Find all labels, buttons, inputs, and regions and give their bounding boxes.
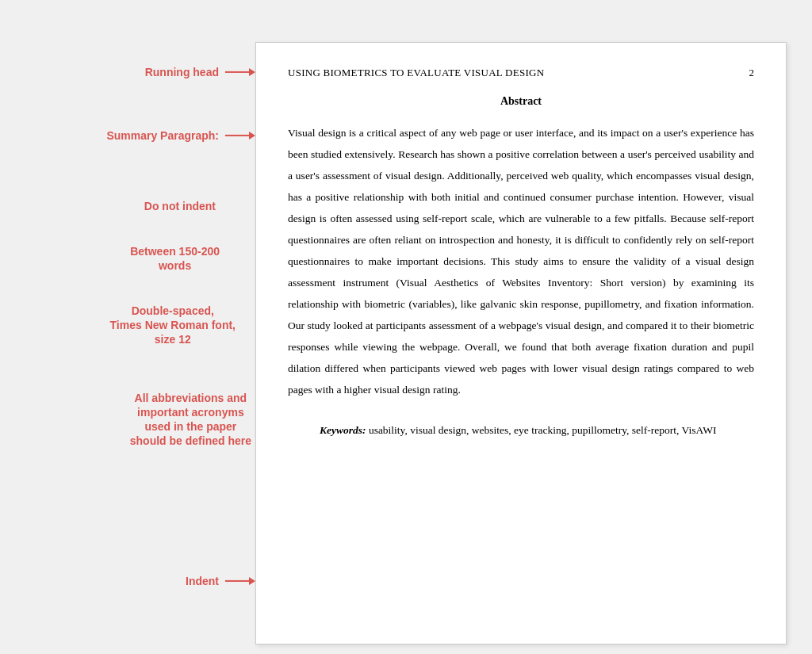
doc-header: USING BIOMETRICS TO EVALUATE VISUAL DESI… [288,67,754,79]
page-number: 2 [749,67,755,79]
outer-container: Running head Summary Paragraph: Do not i… [16,16,796,654]
annotation-running-head: Running head [145,64,255,78]
abstract-paragraph: Visual design is a critical aspect of an… [288,122,754,400]
doc-title: Abstract [288,95,754,108]
indent-arrow [225,577,255,585]
running-head-arrow [225,68,255,76]
indent-label: Indent [186,573,219,587]
running-head-label: Running head [145,64,219,78]
abbreviations-label: All abbreviations andimportant acronymsu… [130,391,251,449]
annotations-panel: Running head Summary Paragraph: Do not i… [25,42,255,644]
double-spaced-label: Double-spaced,Times New Roman font,size … [110,304,236,347]
arrow-head-2 [249,132,255,140]
words-label: Between 150-200words [130,244,220,273]
annotation-indent: Indent [186,573,255,587]
arrow-line-2 [225,135,249,136]
arrow-line [225,71,249,73]
annotation-abbreviations: All abbreviations andimportant acronymsu… [130,391,251,449]
annotation-double-spaced: Double-spaced,Times New Roman font,size … [110,304,236,347]
doc-body: Visual design is a critical aspect of an… [288,122,754,400]
keywords-line: Keywords: usability, visual design, webs… [288,419,754,441]
arrow-head-3 [249,577,255,585]
summary-label: Summary Paragraph: [106,128,219,142]
annotation-words: Between 150-200words [130,244,220,273]
keywords-text: usability, visual design, websites, eye … [366,424,717,436]
document-page: USING BIOMETRICS TO EVALUATE VISUAL DESI… [255,42,787,644]
annotation-summary: Summary Paragraph: [106,128,255,142]
summary-arrow [225,132,255,140]
running-head-text: USING BIOMETRICS TO EVALUATE VISUAL DESI… [288,67,544,79]
do-not-indent-label: Do not indent [144,199,216,213]
annotation-do-not-indent: Do not indent [144,199,216,213]
layout: Running head Summary Paragraph: Do not i… [25,42,787,644]
keywords-label: Keywords: [320,424,366,436]
arrow-head [249,68,255,76]
arrow-line-3 [225,580,249,582]
